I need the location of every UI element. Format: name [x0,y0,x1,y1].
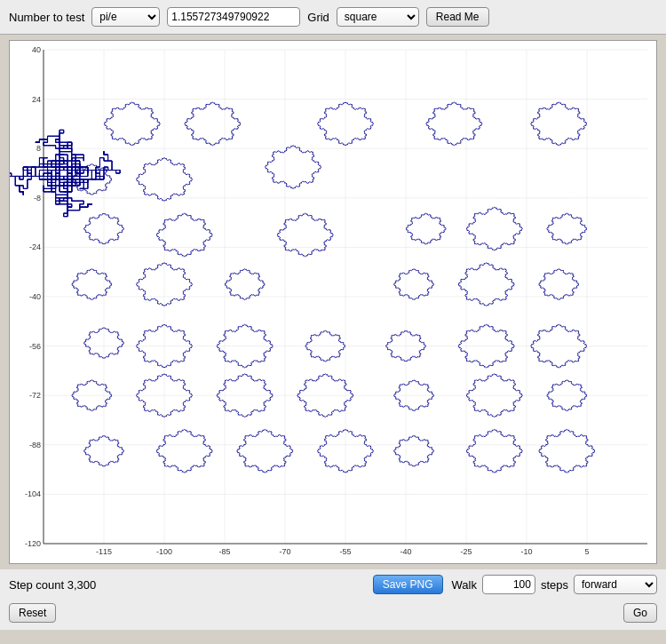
save-png-button[interactable]: Save PNG [373,575,443,594]
number-select[interactable]: pi/e pi e sqrt(2) phi [91,7,160,27]
computed-value-input[interactable] [167,7,300,27]
actions-bar: Reset Go [0,600,666,630]
walk-label: Walk [452,578,477,592]
go-button[interactable]: Go [623,603,657,623]
read-me-button[interactable]: Read Me [426,7,489,27]
direction-select[interactable]: forward backward [574,575,657,594]
step-count-label: Step count 3,300 [9,578,96,592]
grid-label: Grid [307,11,329,24]
toolbar: Number to test pi/e pi e sqrt(2) phi Gri… [0,0,666,35]
step-count-value: 3,300 [67,578,97,592]
reset-button[interactable]: Reset [9,603,56,623]
main-canvas [10,41,656,563]
canvas-area [9,40,657,564]
bottom-bar: Step count 3,300 Save PNG Walk steps for… [0,569,666,600]
steps-label: steps [541,578,568,592]
number-label: Number to test [9,11,84,24]
walk-section: Walk steps forward backward [452,575,657,594]
grid-select[interactable]: square hex triangular [337,7,419,27]
steps-input[interactable] [482,575,535,594]
